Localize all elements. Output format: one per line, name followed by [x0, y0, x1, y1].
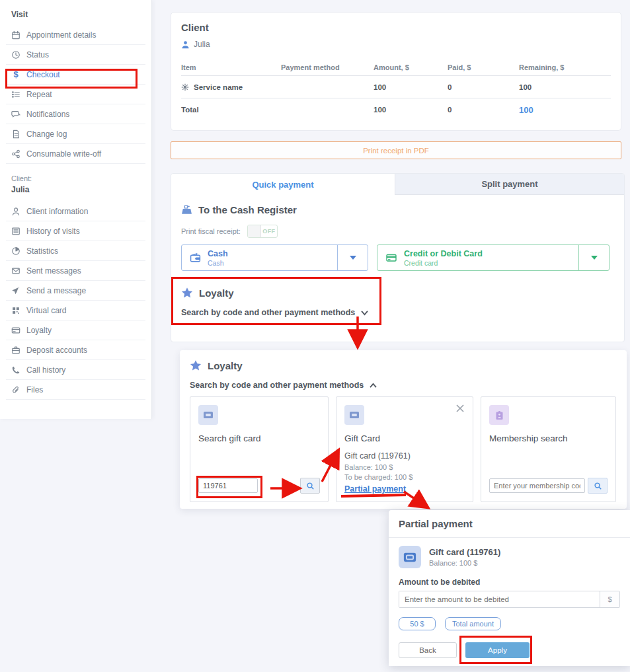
sidebar-item-change-log[interactable]: Change log	[6, 124, 145, 144]
sidebar-item-client-information[interactable]: Client information	[6, 202, 145, 221]
sidebar-item-history-of-visits[interactable]: History of visits	[6, 221, 145, 241]
loyalty-collapsed-title: Loyalty	[199, 287, 234, 299]
membership-code-input[interactable]	[489, 478, 585, 493]
loyalty-expanded-panel: Loyalty Search by code and other payment…	[180, 350, 627, 509]
fiscal-receipt-label: Print fiscal receipt:	[181, 227, 241, 235]
close-icon[interactable]	[455, 404, 465, 413]
sidebar-item-call-history[interactable]: Call history	[6, 360, 145, 380]
envelope-icon	[11, 266, 20, 276]
calendar-icon	[11, 30, 20, 40]
sidebar-item-deposit-accounts[interactable]: Deposit accounts	[6, 340, 145, 360]
chevron-down-icon	[349, 255, 357, 260]
tab-split-payment[interactable]: Split payment	[395, 174, 624, 195]
cash-payment-button[interactable]: Cash Cash	[181, 244, 368, 271]
sidebar-item-loyalty[interactable]: Loyalty	[6, 320, 145, 340]
sidebar-item-label: Send a message	[26, 286, 86, 295]
sidebar-item-repeat[interactable]: Repeat	[6, 85, 145, 104]
modal-title: Partial payment	[389, 510, 630, 538]
credit-card-icon	[385, 252, 397, 263]
tab-quick-payment[interactable]: Quick payment	[171, 174, 395, 195]
sidebar-item-label: Repeat	[26, 90, 52, 99]
sidebar-item-status[interactable]: Status	[6, 45, 145, 65]
col-item: Item	[181, 63, 281, 71]
sidebar-item-files[interactable]: Files	[6, 380, 145, 400]
back-button[interactable]: Back	[399, 642, 457, 658]
apply-button[interactable]: Apply	[465, 642, 530, 658]
sidebar-item-sent-messages[interactable]: Sent messages	[6, 261, 145, 281]
clock-icon	[11, 50, 20, 59]
cash-register-title-row: To the Cash Register	[181, 204, 614, 215]
table-header-row: Item Payment method Amount, $ Paid, $ Re…	[181, 59, 611, 76]
sidebar-item-label: Virtual card	[26, 306, 66, 315]
sidebar-item-appointment-details[interactable]: Appointment details	[6, 25, 145, 45]
sidebar-item-label: Checkout	[26, 70, 60, 79]
gift-card-search-button[interactable]	[300, 478, 320, 494]
client-name: Julia	[194, 40, 210, 49]
gear-icon[interactable]	[181, 83, 189, 91]
sidebar-item-consumable-write-off[interactable]: Consumable write-off	[6, 144, 145, 164]
gift-card-name: Gift card (119761)	[344, 451, 465, 461]
briefcase-icon	[11, 346, 20, 355]
print-receipt-button[interactable]: Print receipt in PDF	[171, 141, 621, 159]
sidebar-item-label: Appointment details	[26, 30, 96, 40]
credit-dropdown-arrow[interactable]	[578, 245, 609, 270]
currency-suffix: $	[600, 591, 619, 607]
gift-card-code-input[interactable]	[198, 478, 258, 493]
membership-badge-icon	[489, 405, 509, 425]
search-gift-card-title: Search gift card	[198, 433, 320, 443]
sidebar-client-name: Julia	[6, 184, 145, 202]
sidebar-item-statistics[interactable]: Statistics	[6, 241, 145, 261]
sidebar-item-label: Change log	[26, 130, 67, 139]
share-icon	[11, 149, 20, 159]
loyalty-search-collapse[interactable]: Search by code and other payment methods	[190, 381, 617, 390]
loyalty-search-toggle[interactable]: Search by code and other payment methods	[181, 308, 614, 317]
client-card-title: Client	[181, 22, 611, 33]
toggle-off-label: OFF	[261, 225, 277, 237]
fiscal-receipt-toggle[interactable]: OFF	[247, 225, 278, 238]
gift-card-icon	[198, 405, 218, 425]
loyalty-expanded-title-row: Loyalty	[190, 359, 617, 371]
sidebar-section-visit: Visit	[6, 0, 145, 25]
sidebar-item-notifications[interactable]: Notifications	[6, 104, 145, 124]
gift-card-to-charge: To be charged: 100 $	[344, 473, 465, 481]
sidebar-item-label: Client information	[26, 207, 88, 216]
col-remaining: Remaining, $	[519, 63, 611, 71]
cash-register-title: To the Cash Register	[198, 204, 297, 215]
sidebar-item-checkout[interactable]: $ Checkout	[6, 65, 145, 85]
credit-card-payment-button[interactable]: Credit or Debit Card Credit card	[377, 244, 610, 271]
modal-gift-card-balance: Balance: 100 $	[429, 559, 500, 567]
sidebar-item-label: Deposit accounts	[26, 346, 87, 355]
membership-search-button[interactable]	[588, 478, 608, 494]
payment-tab-bar: Quick payment Split payment	[171, 174, 624, 195]
person-icon	[11, 207, 20, 216]
sidebar-item-label: History of visits	[26, 227, 80, 236]
chat-icon	[11, 110, 20, 119]
chevron-down-icon	[590, 255, 598, 260]
phone-icon	[11, 365, 20, 375]
sidebar-item-label: Statistics	[26, 246, 58, 256]
gift-card-balance: Balance: 100 $	[344, 463, 465, 471]
membership-search-panel: Membership search	[481, 396, 616, 502]
quick-50-button[interactable]: 50 $	[399, 617, 436, 630]
partial-payment-link[interactable]: Partial payment	[344, 484, 406, 494]
amount-to-be-debited-label: Amount to be debited	[399, 578, 620, 587]
client-name-row[interactable]: Julia	[181, 40, 611, 49]
membership-search-title: Membership search	[489, 433, 608, 443]
sidebar-item-send-a-message[interactable]: Send a message	[6, 281, 145, 301]
cash-dropdown-arrow[interactable]	[337, 245, 368, 270]
list-icon	[11, 90, 20, 99]
quick-total-amount-button[interactable]: Total amount	[445, 617, 501, 630]
service-remaining: 100	[519, 83, 611, 91]
amount-input[interactable]	[399, 591, 600, 607]
total-paid: 0	[448, 106, 519, 114]
col-payment-method: Payment method	[281, 63, 374, 71]
sidebar-item-label: Call history	[26, 365, 65, 375]
sidebar-item-label: Notifications	[26, 110, 69, 119]
gift-card-panel: Gift Card Gift card (119761) Balance: 10…	[336, 396, 473, 502]
total-amount: 100	[374, 106, 448, 114]
table-icon	[11, 227, 20, 236]
search-icon	[594, 482, 602, 490]
sidebar-item-label: Loyalty	[26, 326, 52, 335]
payment-panel: Quick payment Split payment To the Cash …	[171, 173, 625, 342]
sidebar-item-virtual-card[interactable]: Virtual card	[6, 301, 145, 320]
